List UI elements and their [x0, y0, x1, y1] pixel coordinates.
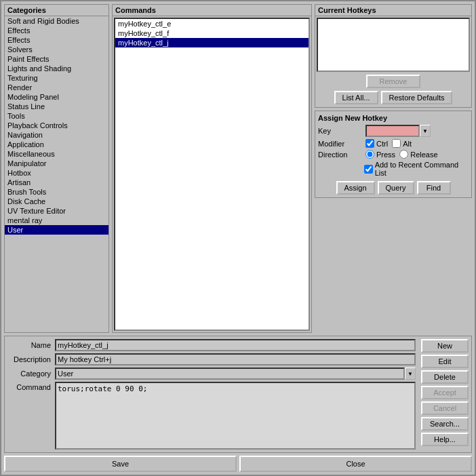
category-item[interactable]: Miscellaneous — [5, 149, 108, 159]
form-area: Name Description Category ▼ Command toru… — [7, 339, 416, 450]
command-item[interactable]: myHotkey_ctl_e — [115, 19, 309, 28]
category-item[interactable]: Solvers — [5, 45, 108, 54]
press-radio-item: Press — [365, 150, 395, 159]
modifier-row: Modifier Ctrl Alt — [318, 139, 469, 148]
bottom-section: Name Description Category ▼ Command toru… — [4, 336, 472, 453]
category-item[interactable]: Artisan — [5, 178, 108, 187]
direction-row: Direction Press Release — [318, 150, 469, 159]
press-label: Press — [376, 151, 395, 159]
category-row: Category ▼ — [7, 368, 416, 380]
category-item[interactable]: Manipulator — [5, 159, 108, 168]
edit-button[interactable]: Edit — [421, 355, 469, 368]
help-button[interactable]: Help... — [421, 433, 469, 446]
press-radio[interactable] — [365, 150, 374, 159]
category-item[interactable]: Brush Tools — [5, 187, 108, 197]
cancel-button[interactable]: Cancel — [421, 401, 469, 415]
name-input[interactable] — [55, 339, 416, 351]
category-item[interactable]: Hotbox — [5, 168, 108, 178]
key-row: Key ▼ — [318, 125, 469, 137]
description-input[interactable] — [55, 353, 416, 365]
restore-defaults-button[interactable]: Restore Defaults — [381, 91, 453, 104]
category-item[interactable]: Render — [5, 83, 108, 92]
top-section: Categories Soft and Rigid Bodies Effects… — [4, 4, 472, 333]
categories-header: Categories — [5, 5, 108, 16]
name-label: Name — [7, 341, 55, 349]
hotkeys-list-area — [317, 18, 470, 72]
accept-button[interactable]: Accept — [421, 386, 469, 399]
key-dropdown-arrow[interactable]: ▼ — [420, 125, 431, 137]
assign-hotkey-title: Assign New Hotkey — [318, 114, 469, 122]
command-item[interactable]: myHotkey_ctl_f — [115, 28, 309, 38]
ctrl-label: Ctrl — [376, 140, 388, 148]
command-textarea[interactable]: torus;rotate 0 90 0; — [55, 382, 416, 450]
hotkeys-extra-buttons: List All... Restore Defaults — [315, 91, 471, 107]
category-label: Category — [7, 370, 55, 378]
commands-list: myHotkey_ctl_e myHotkey_ctl_f myHotkey_c… — [114, 18, 310, 331]
add-recent-row: Add to Recent Command List — [318, 161, 469, 177]
category-item[interactable]: Disk Cache — [5, 197, 108, 206]
category-item[interactable]: Navigation — [5, 130, 108, 140]
hotkeys-buttons-row: Remove — [315, 73, 471, 91]
category-item[interactable]: Effects — [5, 26, 108, 35]
close-button[interactable]: Close — [239, 456, 472, 472]
description-row: Description — [7, 353, 416, 365]
list-all-button[interactable]: List All... — [334, 91, 378, 104]
category-item[interactable]: Tools — [5, 111, 108, 121]
remove-button[interactable]: Remove — [366, 75, 420, 88]
category-item[interactable]: Texturing — [5, 73, 108, 83]
key-label: Key — [318, 127, 365, 135]
ctrl-checkbox-item: Ctrl — [365, 139, 388, 148]
assign-actions: Assign Query Find — [318, 181, 469, 195]
release-radio[interactable] — [399, 150, 408, 159]
category-input[interactable] — [55, 368, 405, 380]
alt-checkbox[interactable] — [392, 139, 401, 148]
category-item[interactable]: Paint Effects — [5, 54, 108, 64]
category-item[interactable]: Lights and Shading — [5, 64, 108, 73]
find-button[interactable]: Find — [417, 181, 451, 195]
command-item-selected[interactable]: myHotkey_ctl_j — [115, 38, 309, 47]
assign-button[interactable]: Assign — [336, 181, 375, 195]
categories-list: Soft and Rigid Bodies Effects Effects So… — [5, 16, 108, 332]
add-recent-label: Add to Recent Command List — [375, 161, 469, 177]
category-item[interactable]: Status Line — [5, 102, 108, 111]
add-recent-checkbox[interactable] — [364, 165, 373, 174]
hotkeys-panel: Current Hotkeys Remove List All... Resto… — [315, 4, 472, 333]
modifier-label: Modifier — [318, 140, 365, 148]
category-item[interactable]: UV Texture Editor — [5, 206, 108, 216]
add-recent-checkbox-item: Add to Recent Command List — [364, 161, 469, 177]
current-hotkeys-display: Current Hotkeys Remove List All... Resto… — [315, 4, 472, 108]
side-buttons: New Edit Delete Accept Cancel Search... … — [421, 339, 469, 450]
save-button[interactable]: Save — [4, 456, 237, 472]
release-radio-item: Release — [399, 150, 437, 159]
commands-panel: Commands myHotkey_ctl_e myHotkey_ctl_f m… — [112, 4, 312, 333]
category-item[interactable]: Soft and Rigid Bodies — [5, 16, 108, 26]
alt-label: Alt — [403, 140, 412, 148]
direction-label: Direction — [318, 151, 365, 159]
category-item[interactable]: mental ray — [5, 216, 108, 225]
category-item[interactable]: Modeling Panel — [5, 92, 108, 102]
categories-panel: Categories Soft and Rigid Bodies Effects… — [4, 4, 109, 333]
new-button[interactable]: New — [421, 339, 469, 353]
main-window: Categories Soft and Rigid Bodies Effects… — [0, 0, 476, 476]
category-input-container: ▼ — [55, 368, 416, 380]
ctrl-checkbox[interactable] — [365, 139, 374, 148]
commands-header: Commands — [113, 5, 311, 16]
command-label: Command — [7, 382, 55, 391]
alt-checkbox-item: Alt — [392, 139, 412, 148]
category-dropdown-arrow[interactable]: ▼ — [405, 368, 416, 380]
category-item[interactable]: Playback Controls — [5, 121, 108, 130]
category-item[interactable]: Application — [5, 140, 108, 149]
current-hotkeys-header: Current Hotkeys — [315, 5, 471, 16]
command-row: Command torus;rotate 0 90 0; — [7, 382, 416, 450]
footer: Save Close — [4, 456, 472, 472]
name-row: Name — [7, 339, 416, 351]
description-label: Description — [7, 355, 55, 363]
release-label: Release — [410, 151, 437, 159]
category-item-selected[interactable]: User — [5, 225, 108, 235]
search-button[interactable]: Search... — [421, 417, 469, 431]
query-button[interactable]: Query — [378, 181, 414, 195]
delete-button[interactable]: Delete — [421, 370, 469, 384]
category-item[interactable]: Effects — [5, 35, 108, 45]
key-input[interactable] — [365, 125, 420, 137]
assign-hotkey-box: Assign New Hotkey Key ▼ Modifier Ctrl — [315, 111, 472, 198]
